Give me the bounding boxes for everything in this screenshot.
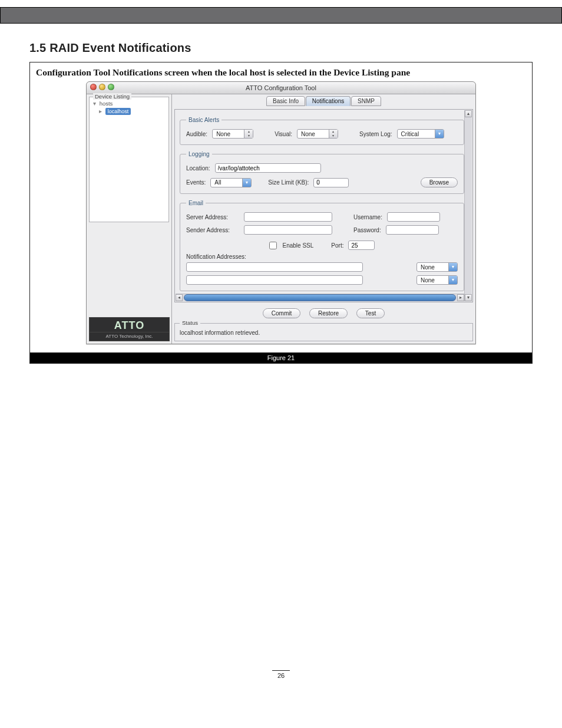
events-label: Events: (186, 179, 206, 186)
caret-down-icon: ▾ (93, 100, 98, 107)
action-button-row: Commit Restore Test (172, 305, 475, 321)
tree-root-label: hosts (100, 100, 113, 107)
sender-address-label: Sender Address: (186, 227, 239, 233)
status-legend: Status (180, 319, 200, 326)
restore-button[interactable]: Restore (309, 308, 348, 318)
location-label: Location: (186, 165, 210, 172)
notification-address-1-input[interactable] (186, 262, 363, 272)
events-select[interactable]: All ▾ (210, 178, 252, 187)
section-heading: 1.5 RAID Event Notifications (29, 41, 533, 55)
password-label: Password: (353, 227, 381, 233)
username-input[interactable] (387, 212, 440, 222)
password-input[interactable] (386, 225, 439, 235)
location-input[interactable] (215, 163, 321, 173)
enable-ssl-checkbox[interactable] (269, 242, 277, 249)
basic-alerts-group: Basic Alerts Audible: None ▴▾ Visual: (180, 117, 464, 145)
selected-host-chip: localhost (105, 108, 131, 115)
notification-severity-2-value: None (421, 277, 435, 284)
notifications-pane: Basic Alerts Audible: None ▴▾ Visual: (174, 109, 473, 302)
device-listing-legend: Device Listing (93, 93, 131, 100)
horizontal-scroll-thumb[interactable] (184, 294, 456, 301)
commit-button[interactable]: Commit (263, 308, 300, 318)
logging-legend: Logging (186, 151, 212, 157)
test-button[interactable]: Test (356, 308, 385, 318)
stepper-icon: ▴▾ (329, 130, 338, 138)
size-limit-input[interactable] (313, 178, 349, 187)
username-label: Username: (353, 214, 382, 220)
scroll-down-icon[interactable]: ▾ (465, 294, 472, 301)
tab-snmp[interactable]: SNMP (351, 96, 381, 106)
stepper-icon: ▴▾ (244, 130, 253, 138)
basic-alerts-legend: Basic Alerts (186, 117, 222, 123)
scroll-up-icon[interactable]: ▴ (465, 110, 472, 117)
notification-severity-2-select[interactable]: None ▾ (416, 275, 458, 285)
system-log-label: System Log: (359, 131, 392, 137)
email-group: Email Server Address: Username: Sender A… (180, 200, 464, 291)
logging-group: Logging Location: Events: All ▾ (180, 151, 464, 194)
minimize-icon[interactable] (99, 84, 105, 90)
page-header-bar (0, 7, 562, 24)
visual-value: None (301, 131, 315, 137)
port-input[interactable] (348, 241, 375, 250)
figure-container: Configuration Tool Notifications screen … (29, 62, 533, 364)
sidebar: Device Listing ▾ hosts ▸ localhost ATTO … (87, 94, 172, 344)
notification-severity-1-select[interactable]: None ▾ (416, 262, 458, 272)
events-value: All (214, 179, 221, 186)
audible-value: None (216, 131, 230, 137)
app-window: ATTO Configuration Tool Device Listing ▾… (86, 81, 476, 344)
scroll-right-icon[interactable]: ▸ (457, 294, 464, 301)
window-titlebar: ATTO Configuration Tool (87, 82, 475, 94)
tab-notifications[interactable]: Notifications (306, 96, 351, 106)
enable-ssl-label: Enable SSL (283, 242, 314, 249)
audible-select[interactable]: None ▴▾ (212, 129, 253, 139)
port-label: Port: (331, 242, 343, 249)
tab-basic-info[interactable]: Basic Info (266, 96, 305, 106)
tree-root[interactable]: ▾ hosts (91, 100, 167, 107)
window-title: ATTO Configuration Tool (246, 84, 316, 91)
server-address-label: Server Address: (186, 214, 239, 220)
brand-subtitle: ATTO Technology, Inc. (89, 332, 170, 341)
figure-caption: Configuration Tool Notifications screen … (36, 66, 526, 81)
notification-severity-1-value: None (421, 264, 435, 271)
caret-right-icon: ▸ (99, 108, 104, 114)
main-pane: Basic Info Notifications SNMP Basic Aler… (172, 94, 475, 344)
zoom-icon[interactable] (108, 84, 114, 90)
email-legend: Email (186, 200, 206, 206)
status-panel: Status localhost information retrieved. (174, 323, 473, 341)
brand-block: ATTO ATTO Technology, Inc. (89, 317, 170, 341)
brand-logo: ATTO (89, 317, 170, 332)
device-listing-panel: Device Listing ▾ hosts ▸ localhost (89, 97, 169, 222)
close-icon[interactable] (90, 84, 97, 90)
sender-address-input[interactable] (244, 225, 332, 235)
dropdown-icon: ▾ (435, 130, 444, 138)
vertical-scrollbar[interactable]: ▴ ▾ (464, 110, 472, 301)
tree-host-item[interactable]: ▸ localhost (91, 107, 167, 116)
horizontal-scrollbar[interactable]: ◂ ▸ (176, 294, 464, 301)
system-log-select[interactable]: Critical ▾ (397, 129, 444, 139)
notification-addresses-label: Notification Addresses: (186, 253, 458, 260)
dropdown-icon: ▾ (448, 276, 457, 284)
system-log-value: Critical (401, 131, 419, 137)
status-message: localhost information retrieved. (180, 330, 260, 336)
figure-label-bar: Figure 21 (30, 353, 532, 363)
dropdown-icon: ▾ (448, 263, 457, 271)
server-address-input[interactable] (244, 212, 332, 222)
dropdown-icon: ▾ (242, 179, 251, 187)
size-limit-label: Size Limit (KB): (268, 179, 309, 186)
visual-select[interactable]: None ▴▾ (297, 129, 338, 139)
tabstrip: Basic Info Notifications SNMP (172, 94, 475, 109)
audible-label: Audible: (186, 131, 207, 137)
page-footer: 26 (0, 670, 562, 679)
notification-address-2-input[interactable] (186, 275, 363, 285)
page-number: 26 (277, 672, 285, 679)
visual-label: Visual: (275, 131, 292, 137)
scroll-left-icon[interactable]: ◂ (176, 294, 183, 301)
browse-button[interactable]: Browse (421, 177, 458, 187)
